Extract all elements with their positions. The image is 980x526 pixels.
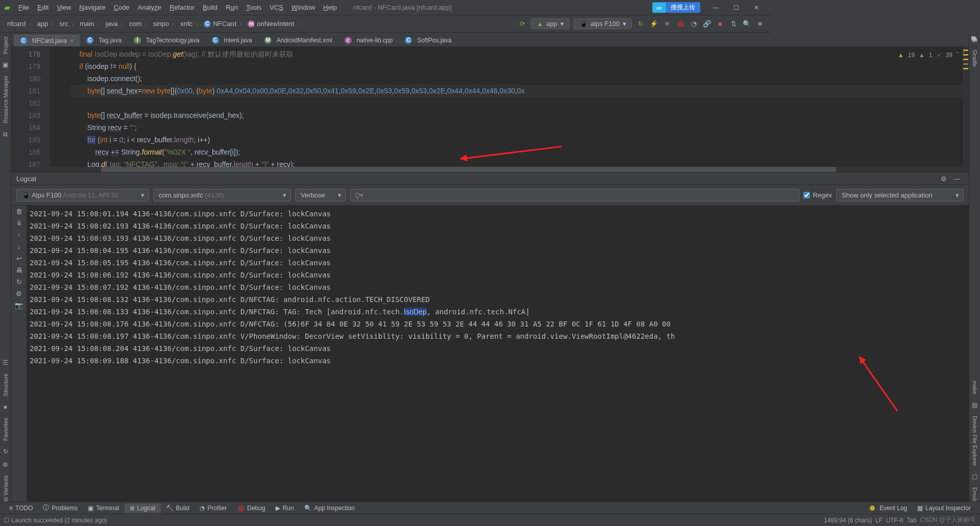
minimize-button[interactable]: — xyxy=(705,4,726,11)
menu-refactor[interactable]: Refactor xyxy=(165,3,199,12)
menu-view[interactable]: View xyxy=(53,3,75,12)
class-file-icon: C xyxy=(405,37,412,44)
menubar: ▰ File Edit View Navigate Code Analyze R… xyxy=(0,0,771,15)
structure-icon: ☰ xyxy=(3,359,8,366)
menu-tools[interactable]: Tools xyxy=(242,3,265,12)
apply-changes-button[interactable]: ⚡ xyxy=(648,18,660,30)
left-tool-stripe: Project ▣ Resource Manager ⧉ ☰ Structure… xyxy=(0,33,11,414)
close-button[interactable]: ✕ xyxy=(746,4,767,11)
attach-button[interactable]: 🔗 xyxy=(701,18,713,30)
crumb-com[interactable]: com xyxy=(126,19,150,29)
crumb-nfcard[interactable]: nfcard xyxy=(4,19,34,29)
logcat-title: Logcat xyxy=(16,175,36,183)
class-file-icon: C xyxy=(86,37,93,44)
code-content[interactable]: final IsoDep isodep = IsoDep.get(tag); /… xyxy=(50,47,771,172)
manifest-file-icon: M xyxy=(264,37,272,44)
down-icon[interactable]: ↓ xyxy=(17,243,21,251)
device-icon: 📱 xyxy=(579,20,587,28)
menu-help[interactable]: Help xyxy=(319,3,341,12)
gutter: 178179180181182183184185186187 xyxy=(11,47,50,172)
menu-analyze[interactable]: Analyze xyxy=(134,3,165,12)
search-icon[interactable]: 🔍 xyxy=(741,18,753,30)
tab-manifest[interactable]: MAndroidManifest.xml xyxy=(259,34,338,46)
resource-icon: ⧉ xyxy=(3,131,8,138)
tab-softpos[interactable]: CSoftPos.java xyxy=(399,34,457,46)
logcat-filter-bar: 📱 Alps F100 Android 11, API 30 com.sinpo… xyxy=(11,185,771,206)
tab-tag[interactable]: CTag.java xyxy=(81,34,127,46)
cpp-file-icon: c xyxy=(345,37,352,44)
menu-build[interactable]: Build xyxy=(199,3,222,12)
crumb-java[interactable]: java xyxy=(103,19,126,29)
logcat-toolbar: 🗑 ⤋ ↑ ↓ ↩ 🖶 ↻ ⚙ 📷 xyxy=(11,206,27,414)
close-icon[interactable]: ✕ xyxy=(69,38,74,44)
device-icon: 📱 xyxy=(22,191,32,199)
logcat-body: 🗑 ⤋ ↑ ↓ ↩ 🖶 ↻ ⚙ 📷 2021-09-24 15:08:01.19… xyxy=(11,206,771,414)
scroll-to-end-icon[interactable]: ⤋ xyxy=(16,219,22,227)
crumb-method[interactable]: monNewIntent xyxy=(244,19,302,29)
tool-project[interactable]: Project xyxy=(3,33,9,58)
log-output[interactable]: 2021-09-24 15:08:01.194 4136-4136/com.si… xyxy=(27,206,771,414)
restart-icon[interactable]: ↻ xyxy=(16,278,22,286)
editor-area: CNFCard.java✕ CTag.java ITagTechnology.j… xyxy=(11,33,771,172)
window-title: nfcard - NFCard.java [nfcard.app] xyxy=(353,4,452,11)
crumb-xnfc[interactable]: xnfc xyxy=(177,19,201,29)
crumb-sinpo[interactable]: sinpo xyxy=(150,19,177,29)
menu-code[interactable]: Code xyxy=(110,3,134,12)
menu-navigate[interactable]: Navigate xyxy=(75,3,109,12)
debug-button[interactable]: 🐞 xyxy=(674,18,687,30)
up-icon[interactable]: ↑ xyxy=(17,231,21,239)
process-selector[interactable]: com.sinpo.xnfc (4136) xyxy=(153,189,291,202)
navigation-bar: nfcard app src main java com sinpo xnfc … xyxy=(0,15,771,33)
settings-button[interactable]: ⛯ xyxy=(754,18,766,30)
crumb-app[interactable]: app xyxy=(34,19,56,29)
vcs-button[interactable]: ⇅ xyxy=(727,18,740,30)
menu-vcs[interactable]: VCS xyxy=(265,3,287,12)
tab-intent[interactable]: CIntent.java xyxy=(206,34,258,46)
crumb-class[interactable]: CNFCard xyxy=(201,19,244,29)
android-icon: ▰ xyxy=(4,3,10,12)
logcat-panel: Logcat ⚙ — 📱 Alps F100 Android 11, API 3… xyxy=(11,172,771,414)
class-file-icon: C xyxy=(20,37,27,44)
class-file-icon: C xyxy=(212,37,219,44)
menu-run[interactable]: Run xyxy=(222,3,242,12)
favorites-icon: ★ xyxy=(3,404,8,411)
run-button[interactable]: ↻ xyxy=(634,18,647,30)
editor-hscrollbar[interactable] xyxy=(50,167,771,172)
wrap-icon[interactable]: ↩ xyxy=(16,255,22,262)
settings-icon[interactable]: ⚙ xyxy=(16,290,22,297)
print-icon[interactable]: 🖶 xyxy=(16,266,22,274)
maximize-button[interactable]: ☐ xyxy=(726,4,746,11)
upload-button[interactable]: ∞搜搜上传 xyxy=(652,2,700,13)
device-selector[interactable]: 📱 Alps F100 Android 11, API 30 xyxy=(16,189,149,202)
run-config-module[interactable]: ▲app▾ xyxy=(531,18,570,29)
code-editor[interactable]: 178179180181182183184185186187 final Iso… xyxy=(11,47,771,172)
crumb-src[interactable]: src xyxy=(57,19,77,29)
screenshot-icon[interactable]: 📷 xyxy=(15,302,23,309)
cloud-icon: ∞ xyxy=(652,3,666,13)
menu-window[interactable]: Window xyxy=(287,3,319,12)
tab-nfcard[interactable]: CNFCard.java✕ xyxy=(14,35,80,46)
tab-nativelib[interactable]: cnative-lib.cpp xyxy=(339,34,399,46)
project-icon: ▣ xyxy=(3,61,8,68)
tab-tagtechnology[interactable]: ITagTechnology.java xyxy=(128,34,205,46)
yet-button[interactable]: ≡ xyxy=(661,18,673,30)
run-config-device[interactable]: 📱alps F100▾ xyxy=(574,18,632,29)
logcat-header: Logcat ⚙ — xyxy=(11,172,771,185)
menu-edit[interactable]: Edit xyxy=(33,3,53,12)
tool-structure[interactable]: Structure xyxy=(3,369,9,400)
profile-button[interactable]: ◔ xyxy=(688,18,700,30)
interface-file-icon: I xyxy=(134,37,141,44)
trash-icon[interactable]: 🗑 xyxy=(16,208,22,215)
class-icon: C xyxy=(204,20,211,28)
menu-file[interactable]: File xyxy=(14,3,33,12)
editor-tabs: CNFCard.java✕ CTag.java ITagTechnology.j… xyxy=(11,33,771,47)
sync-icon[interactable]: ⟳ xyxy=(516,18,528,30)
tool-resource-manager[interactable]: Resource Manager xyxy=(3,71,9,128)
stop-button[interactable]: ■ xyxy=(714,18,726,30)
crumb-main[interactable]: main xyxy=(77,19,103,29)
log-search-input[interactable]: Q▾ xyxy=(350,189,771,202)
log-level-selector[interactable]: Verbose xyxy=(295,189,346,202)
android-robot-icon: ▲ xyxy=(536,20,543,28)
method-icon: m xyxy=(248,20,255,28)
